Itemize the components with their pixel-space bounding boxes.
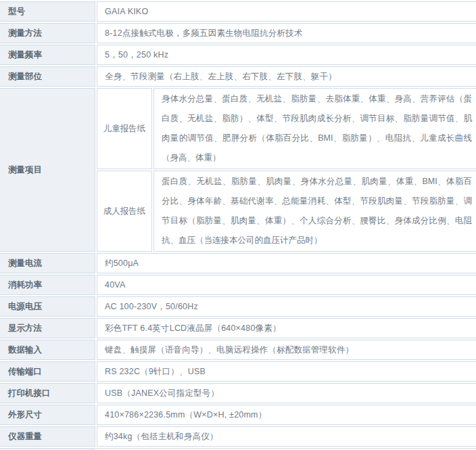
spec-value: 键盘、触摸屏（语音向导）、电脑远程操作（标配数据管理软件） [97,340,476,360]
spec-value: 全身、节段测量（右上肢、左上肢、右下肢、左下肢、躯干） [97,66,476,87]
spec-row-items-child: 测量项目 儿童报告纸 身体水分总量、蛋白质、无机盐、脂肪量、去脂体重、体重、身高… [0,88,476,169]
spec-label: 打印机接口 [0,383,95,403]
spec-value: 约34kg（包括主机和身高仪） [97,426,476,447]
spec-label: 传输端口 [0,361,95,382]
spec-value: AC 100-230V，50/60Hz [97,296,476,317]
spec-row-dimensions: 外形尺寸 410×786×2236.5mm（W×D×H, ±20mm） [0,405,476,425]
spec-value: 彩色TFT 6.4英寸LCD液晶屏（640×480像素） [97,318,476,338]
spec-row-current: 测量电流 约500μA [0,253,476,273]
spec-sub-label-child-report: 儿童报告纸 [97,88,152,169]
spec-value: 410×786×2236.5mm（W×D×H, ±20mm） [97,405,476,425]
spec-value: 身体水分总量、蛋白质、无机盐、脂肪量、去脂体重、体重、身高、营养评估（蛋白质、无… [153,88,476,169]
spec-sub-label-adult-report: 成人报告纸 [97,171,152,252]
spec-label: 测量方法 [0,23,95,43]
spec-row-body-parts: 测量部位 全身、节段测量（右上肢、左上肢、右下肢、左下肢、躯干） [0,66,476,87]
spec-value: RS 232C（9针口）、USB [97,361,476,382]
spec-row-voltage: 电源电压 AC 100-230V，50/60Hz [0,296,476,317]
spec-row-method: 测量方法 8-12点接触式电极，多频五因素生物电阻抗分析技术 [0,23,476,43]
spec-label: 型号 [0,1,95,22]
spec-label: 显示方法 [0,318,95,338]
spec-table: 型号 GAIA KIKO 测量方法 8-12点接触式电极，多频五因素生物电阻抗分… [0,0,476,450]
spec-label: 测量项目 [0,88,95,252]
spec-label: 测量频率 [0,45,95,65]
spec-label: 测量电流 [0,253,95,273]
spec-label: 消耗功率 [0,275,95,295]
spec-row-data-input: 数据输入 键盘、触摸屏（语音向导）、电脑远程操作（标配数据管理软件） [0,340,476,360]
spec-value: USB（JANEX公司指定型号） [97,383,476,403]
spec-value: GAIA KIKO [97,1,476,22]
spec-label: 数据输入 [0,340,95,360]
spec-value: 约500μA [97,253,476,273]
spec-row-frequency: 测量频率 5，50，250 kHz [0,45,476,65]
spec-label: 测量部位 [0,66,95,87]
spec-label: 电源电压 [0,296,95,317]
spec-row-model: 型号 GAIA KIKO [0,1,476,22]
spec-value: 5，50，250 kHz [97,45,476,65]
spec-value: 40VA [97,275,476,295]
spec-row-weight: 仪器重量 约34kg（包括主机和身高仪） [0,426,476,447]
spec-value: 蛋白质、无机盐、脂肪量、肌肉量、身体水分总量、肌肉量、体重、BMI、体脂百分比、… [153,171,476,252]
spec-row-power: 消耗功率 40VA [0,275,476,295]
spec-label: 仪器重量 [0,426,95,447]
spec-row-transfer-port: 传输端口 RS 232C（9针口）、USB [0,361,476,382]
spec-value: 8-12点接触式电极，多频五因素生物电阻抗分析技术 [97,23,476,43]
spec-row-printer-port: 打印机接口 USB（JANEX公司指定型号） [0,383,476,403]
spec-label: 外形尺寸 [0,405,95,425]
spec-row-display: 显示方法 彩色TFT 6.4英寸LCD液晶屏（640×480像素） [0,318,476,338]
